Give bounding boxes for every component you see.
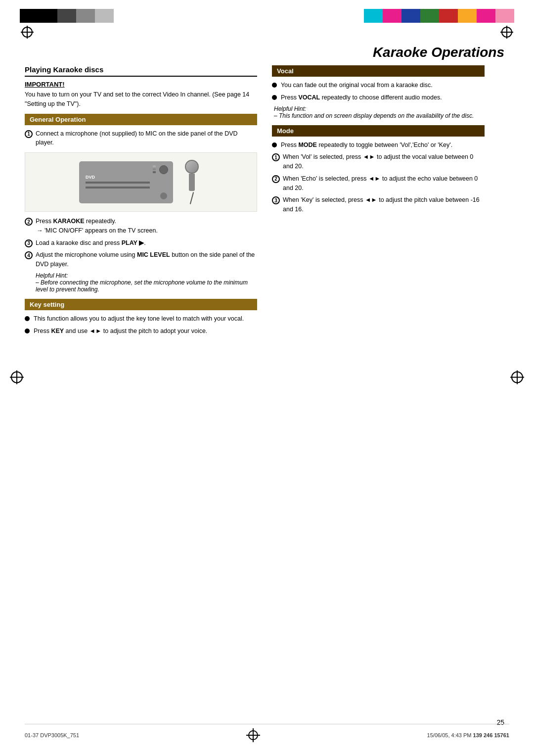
- general-operation-header: General Operation: [25, 114, 257, 125]
- page-title: Karaoke Operations: [0, 40, 534, 60]
- mode-step3: 3 When 'Key' is selected, press ◄► to ad…: [272, 195, 485, 214]
- color-swatch-gray: [76, 9, 95, 23]
- crosshair-left-margin: [9, 370, 25, 387]
- general-step-3: 3 Load a karaoke disc and press PLAY ▶.: [25, 238, 257, 248]
- playing-karaoke-title: Playing Karaoke discs: [25, 65, 103, 74]
- bullet-dot-1: [25, 316, 30, 321]
- color-swatch-green: [420, 9, 439, 23]
- footer-crosshair: [246, 728, 260, 742]
- page-title-text: Karaoke Operations: [373, 45, 504, 60]
- main-content: Playing Karaoke discs IMPORTANT! You hav…: [0, 60, 534, 348]
- color-bar-right: [364, 9, 514, 23]
- color-swatch-blue: [401, 9, 420, 23]
- mode-step3-circle: 3: [272, 196, 280, 204]
- color-swatch-ltpink: [495, 9, 514, 23]
- footer-left-doc: 01-37 DVP3005K_751: [25, 732, 79, 738]
- dvd-player-image: DVD: [25, 152, 257, 212]
- vocal-bullet1: You can fade out the original vocal from…: [272, 81, 485, 90]
- mode-step2: 2 When 'Echo' is selected, press ◄► to a…: [272, 174, 485, 193]
- footer-crosshair-mark: [246, 728, 260, 742]
- footer-right: 15/06/05, 4:43 PM 139 246 15761: [427, 732, 509, 738]
- key-setting-header: Key setting: [25, 299, 257, 310]
- important-text: You have to turn on your TV and set to t…: [25, 90, 257, 109]
- mode-bullet1: Press MODE repeatedly to toggle between …: [272, 141, 485, 150]
- playing-karaoke-header: Playing Karaoke discs: [25, 65, 257, 77]
- mode-header: Mode: [272, 125, 485, 137]
- color-swatch-darkgray: [57, 9, 76, 23]
- vocal-dot-2: [272, 95, 277, 100]
- vocal-dot-1: [272, 83, 277, 88]
- mode-step1-circle: 1: [272, 153, 280, 161]
- vocal-bullet2: Press VOCAL repeatedly to choose differe…: [272, 93, 485, 102]
- color-bar-left: [20, 9, 114, 23]
- crosshair-right: [509, 370, 525, 385]
- right-column: Vocal You can fade out the original voca…: [272, 65, 485, 338]
- color-swatch-black: [20, 9, 39, 23]
- color-swatch-magenta: [383, 9, 401, 23]
- left-column: Playing Karaoke discs IMPORTANT! You hav…: [25, 65, 257, 338]
- top-crosshair-row: [0, 25, 534, 40]
- step1-circle: 1: [25, 130, 33, 138]
- important-label: IMPORTANT!: [25, 81, 257, 88]
- key-setting-bullet2: Press KEY and use ◄► to adjust the pitch…: [25, 327, 257, 336]
- key-setting-bullet1: This function allows you to adjust the k…: [25, 314, 257, 324]
- crosshair-top-left: [20, 25, 35, 40]
- crosshair-left: [9, 370, 25, 385]
- step3-circle: 3: [25, 239, 33, 247]
- step4-circle: 4: [25, 251, 33, 259]
- color-bars: [0, 0, 534, 23]
- color-swatch-red: [439, 9, 458, 23]
- color-swatch-cyan: [364, 9, 383, 23]
- vocal-header: Vocal: [272, 65, 485, 77]
- color-swatch-lightgray: [95, 9, 114, 23]
- color-swatch-pink: [477, 9, 495, 23]
- vocal-helpful-hint: Helpful Hint: – This function and on scr…: [274, 105, 485, 119]
- color-swatch-black2: [39, 9, 57, 23]
- bullet-dot-2: [25, 329, 30, 333]
- mode-dot-1: [272, 142, 277, 147]
- crosshair-top-right: [499, 25, 514, 40]
- mode-step2-circle: 2: [272, 175, 280, 183]
- footer: 01-37 DVP3005K_751 15/06/05, 4:43 PM 139…: [25, 724, 509, 742]
- crosshair-right-margin: [509, 370, 525, 387]
- color-swatch-yellow: [458, 9, 477, 23]
- helpful-hint-1: Helpful Hint: – Before connecting the mi…: [36, 272, 257, 293]
- general-step-1: 1 Connect a microphone (not supplied) to…: [25, 129, 257, 148]
- mode-step1: 1 When 'Vol' is selected, press ◄► to ad…: [272, 152, 485, 171]
- step2-circle: 2: [25, 218, 33, 226]
- general-step-2: 2 Press KARAOKE repeatedly. → 'MIC ON/OF…: [25, 217, 257, 236]
- general-step-4: 4 Adjust the microphone volume using MIC…: [25, 250, 257, 269]
